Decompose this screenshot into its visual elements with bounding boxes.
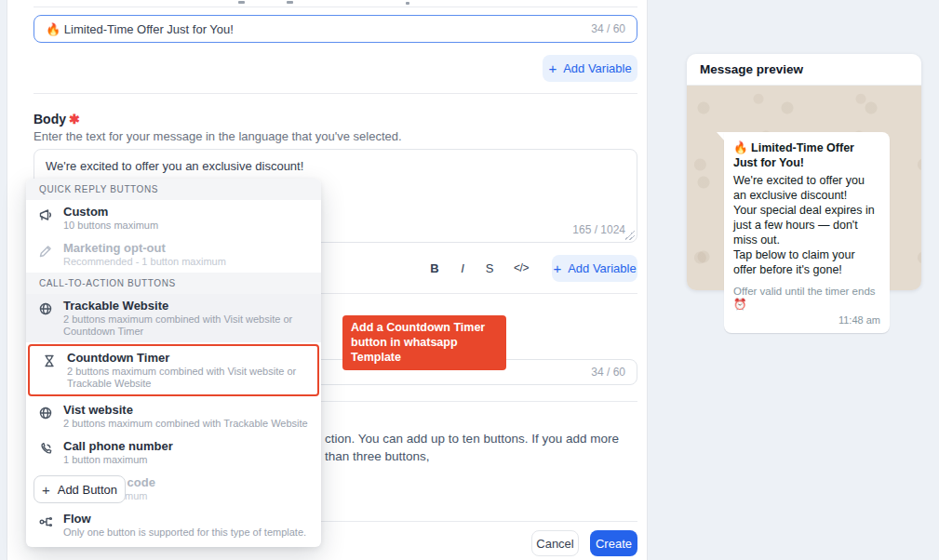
countdown-timer-tooltip: Add a Countdown Timer button in whatsapp… (342, 315, 506, 370)
add-variable-button-body[interactable]: + Add Variable (552, 255, 637, 282)
section-divider (34, 93, 637, 94)
message-preview-panel: Message preview 🔥 Limited-Time Offer Jus… (687, 54, 921, 290)
dropdown-item-subtitle: 2 buttons maximum combined with Visit we… (67, 366, 308, 390)
body-section-description: Enter the text for your message in the l… (34, 129, 402, 143)
bubble-body-line: Your special deal expires in just a few … (733, 203, 880, 247)
bubble-body-line: We're excited to offer you an exclusive … (733, 173, 880, 203)
cropped-text-remnant (238, 1, 245, 4)
dropdown-item-subtitle: 2 buttons maximum combined with Visit we… (63, 313, 312, 338)
bold-button[interactable]: B (423, 257, 446, 279)
body-char-counter: 165 / 1024 (572, 223, 625, 236)
add-button[interactable]: + Add Button (34, 475, 126, 503)
add-variable-button-header[interactable]: + Add Variable (543, 55, 637, 82)
dropdown-item-subtitle: 10 buttons maximum (63, 220, 312, 232)
dropdown-item-countdown-timer[interactable]: Countdown Timer 2 buttons maximum combin… (28, 344, 319, 396)
bubble-body-line: Tap below to claim your offer before it'… (733, 247, 880, 277)
dropdown-item-title: Call phone number (63, 439, 312, 453)
message-preview-title: Message preview (687, 54, 921, 86)
dropdown-item-title: Custom (63, 205, 312, 219)
top-divider (34, 7, 637, 7)
header-text-field: 34 / 60 (34, 15, 637, 43)
plus-icon: + (548, 61, 557, 75)
pencil-icon (38, 244, 53, 259)
dropdown-item-title: Trackable Website (63, 299, 312, 313)
add-button-label: Add Button (58, 483, 117, 497)
bubble-header-text: 🔥 Limited-Time Offer Just for You! (733, 140, 880, 170)
dropdown-item-flow[interactable]: Flow Only one button is supported for th… (26, 507, 321, 543)
dropdown-item-title: Vist website (63, 403, 312, 417)
megaphone-icon (38, 207, 53, 222)
body-section-label: Body✱ (34, 112, 80, 127)
cropped-text-remnant (287, 1, 293, 4)
cropped-text-remnant (406, 2, 409, 5)
plus-icon: + (42, 482, 50, 498)
header-char-counter: 34 / 60 (591, 22, 625, 35)
strikethrough-button[interactable]: S (478, 257, 501, 279)
plus-icon: + (553, 261, 561, 275)
italic-button[interactable]: I (451, 257, 474, 279)
required-asterisk: ✱ (69, 112, 80, 127)
phone-icon (38, 442, 53, 457)
add-variable-label: Add Variable (568, 261, 636, 275)
footer-char-counter: 34 / 60 (591, 366, 625, 379)
dropdown-item-title: Marketing opt-out (63, 241, 312, 255)
bubble-timestamp: 11:48 am (733, 314, 880, 326)
dropdown-item-marketing-opt-out[interactable]: Marketing opt-out Recommended - 1 button… (26, 236, 321, 273)
resize-handle[interactable] (625, 231, 635, 240)
code-button[interactable]: </> (510, 257, 532, 279)
dropdown-item-title: Flow (63, 512, 312, 526)
globe-icon (38, 406, 53, 420)
globe-icon (38, 301, 53, 316)
dropdown-item-custom[interactable]: Custom 10 buttons maximum (26, 200, 321, 236)
dropdown-item-visit-website[interactable]: Vist website 2 buttons maximum combined … (26, 398, 321, 434)
flow-icon (38, 514, 53, 529)
body-label-text: Body (34, 112, 66, 127)
whatsapp-chat-background: 🔥 Limited-Time Offer Just for You! We're… (687, 86, 921, 290)
quick-reply-section-header: QUICK REPLY BUTTONS (26, 179, 321, 200)
dropdown-item-trackable-website[interactable]: Trackable Website 2 buttons maximum comb… (26, 294, 321, 342)
chat-bubble: 🔥 Limited-Time Offer Just for You! We're… (724, 132, 890, 333)
call-to-action-section-header: CALL-TO-ACTION BUTTONS (26, 273, 321, 294)
bubble-footer-text: Offer valid until the timer ends ⏰ (733, 285, 880, 311)
dropdown-item-title: Countdown Timer (67, 351, 308, 365)
dropdown-item-subtitle: Recommended - 1 button maximum (63, 256, 312, 268)
header-text-input[interactable] (46, 22, 584, 36)
buttons-section-description: ction. You can add up to ten buttons. If… (325, 430, 637, 465)
dropdown-item-subtitle: 1 button maximum (63, 454, 312, 466)
cancel-button[interactable]: Cancel (531, 530, 579, 556)
dropdown-item-call-phone-number[interactable]: Call phone number 1 button maximum (26, 434, 321, 471)
bubble-body-text: We're excited to offer you an exclusive … (733, 173, 880, 277)
hourglass-icon (42, 353, 57, 368)
add-variable-label: Add Variable (563, 61, 631, 75)
template-editor-page: 34 / 60 + Add Variable Body✱ Enter the t… (0, 0, 939, 560)
dropdown-item-subtitle: 2 buttons maximum combined with Trackabl… (63, 418, 312, 430)
create-button[interactable]: Create (590, 530, 637, 556)
dropdown-item-subtitle: Only one button is supported for this ty… (63, 527, 312, 539)
